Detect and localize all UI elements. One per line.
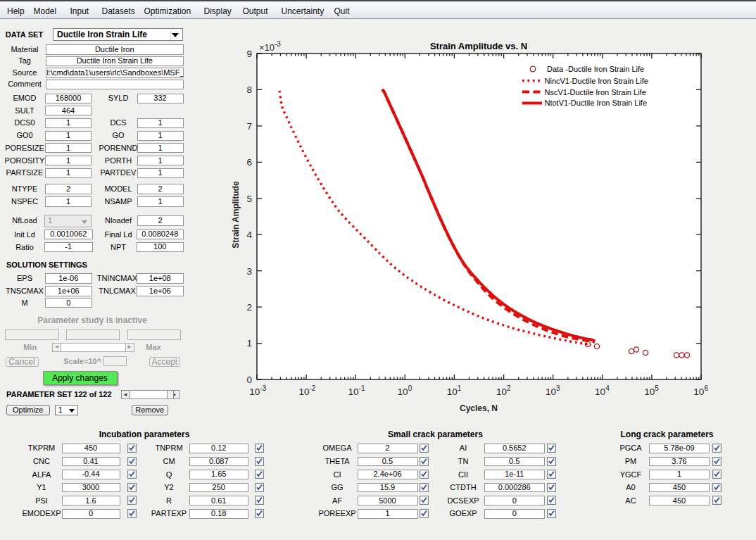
svg-text:10: 10: [298, 387, 309, 397]
svg-text:2: 2: [246, 302, 252, 313]
svg-text:×10: ×10: [259, 42, 275, 53]
svg-text:10: 10: [546, 387, 556, 397]
svg-text:6: 6: [704, 384, 708, 392]
svg-text:NtotV1-Ductile Iron Strain Lif: NtotV1-Ductile Iron Strain Life: [545, 99, 648, 107]
svg-text:10: 10: [348, 387, 358, 397]
svg-text:10: 10: [447, 387, 458, 397]
svg-text:2: 2: [507, 384, 511, 392]
svg-text:10: 10: [644, 387, 655, 397]
svg-text:10: 10: [249, 387, 260, 397]
svg-text:10: 10: [398, 387, 408, 397]
svg-text:Data -Ductile Iron Strain Life: Data -Ductile Iron Strain Life: [547, 65, 644, 73]
svg-text:10: 10: [595, 387, 605, 397]
svg-text:Strain Amplitude: Strain Amplitude: [231, 181, 241, 249]
svg-text:7: 7: [246, 121, 252, 132]
svg-text:NscV1-Ductile Iron Strain Life: NscV1-Ductile Iron Strain Life: [545, 88, 646, 96]
svg-text:8: 8: [246, 84, 252, 95]
svg-text:NincV1-Ductile Iron Strain Lif: NincV1-Ductile Iron Strain Life: [545, 77, 648, 85]
svg-text:5: 5: [246, 194, 252, 204]
svg-text:1: 1: [458, 384, 462, 392]
svg-text:3: 3: [246, 266, 252, 277]
svg-text:4: 4: [605, 384, 610, 392]
svg-text:0: 0: [408, 384, 412, 392]
svg-text:Cycles, N: Cycles, N: [460, 403, 498, 413]
svg-text:-1: -1: [359, 384, 365, 392]
svg-text:6: 6: [246, 157, 252, 168]
svg-text:Strain Amplitude vs. N: Strain Amplitude vs. N: [430, 41, 527, 51]
svg-text:3: 3: [556, 384, 560, 392]
svg-text:10: 10: [693, 387, 704, 397]
svg-text:4: 4: [246, 230, 252, 240]
svg-text:-2: -2: [310, 384, 316, 392]
svg-text:9: 9: [246, 49, 252, 59]
svg-text:0: 0: [246, 375, 252, 385]
svg-text:1: 1: [246, 338, 252, 349]
svg-text:10: 10: [496, 387, 507, 397]
svg-text:-3: -3: [275, 40, 281, 48]
svg-text:5: 5: [655, 384, 659, 392]
svg-text:-3: -3: [260, 384, 266, 392]
